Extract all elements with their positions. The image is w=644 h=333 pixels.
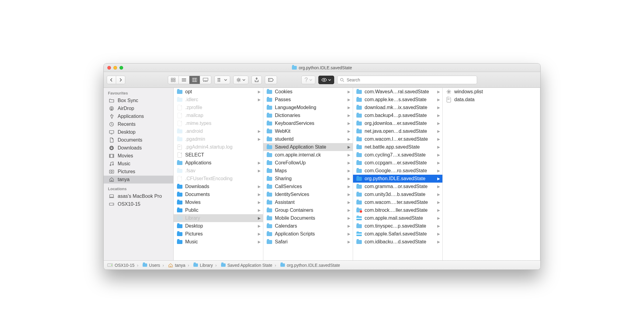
column-4[interactable]: windows.plistdata.data xyxy=(443,88,540,260)
view-list-button[interactable] xyxy=(179,76,189,84)
visibility-toggle-button[interactable] xyxy=(318,76,334,84)
list-item[interactable]: com.WavesA…ral.savedState▶ xyxy=(353,88,442,96)
list-item[interactable]: CallServices▶ xyxy=(263,183,353,191)
list-item[interactable]: com.apple.internal.ck▶ xyxy=(263,151,353,159)
sidebar-item-music[interactable]: Music xyxy=(104,160,173,168)
list-item[interactable]: Sharing▶ xyxy=(263,175,353,183)
tags-button[interactable] xyxy=(265,76,277,84)
path-component[interactable]: tanya xyxy=(160,263,185,268)
sidebar-item-documents[interactable]: Documents xyxy=(104,136,173,144)
list-item[interactable]: .mime.types xyxy=(174,119,263,127)
column-1[interactable]: opt▶.idlerc▶.zprofile.mailcap.mime.types… xyxy=(174,88,263,260)
list-item[interactable]: .pgadmin▶ xyxy=(174,135,263,143)
path-component[interactable]: Library xyxy=(185,263,213,268)
view-columns-button[interactable] xyxy=(189,76,200,84)
list-item[interactable]: Saved Application State▶ xyxy=(263,143,353,151)
list-item[interactable]: com.wacom.…ter.savedState▶ xyxy=(353,198,442,206)
sidebar-item-box-sync[interactable]: Box Sync xyxy=(104,97,173,105)
list-item[interactable]: Downloads▶ xyxy=(174,183,263,191)
list-item[interactable]: KeyboardServices▶ xyxy=(263,119,353,127)
help-button[interactable] xyxy=(301,76,315,84)
sidebar-item-asas-s-macbook-pro[interactable]: asas's MacBook Pro xyxy=(104,192,173,200)
list-item[interactable]: net.java.open…d.savedState▶ xyxy=(353,127,442,135)
sidebar-item-downloads[interactable]: Downloads xyxy=(104,144,173,152)
list-item[interactable]: org.python.IDLE.savedState▶ xyxy=(353,175,442,183)
list-item[interactable]: net.battle.app.savedState▶ xyxy=(353,143,442,151)
list-item[interactable]: .CFUserTextEncoding xyxy=(174,175,263,183)
list-item[interactable]: IdentityServices▶ xyxy=(263,191,353,198)
minimize-window-button[interactable] xyxy=(113,66,117,70)
column-2[interactable]: Cookies▶Passes▶LanguageModeling▶Dictiona… xyxy=(263,88,353,260)
list-item[interactable]: com.apple.ke…s.savedState▶ xyxy=(353,96,442,104)
list-item[interactable]: .mailcap xyxy=(174,112,263,119)
list-item[interactable]: Safari▶ xyxy=(263,238,353,246)
list-item[interactable]: Assistant▶ xyxy=(263,198,353,206)
list-item[interactable]: studentd▶ xyxy=(263,135,353,143)
view-gallery-button[interactable] xyxy=(200,76,211,84)
group-by-button[interactable] xyxy=(214,76,230,84)
path-component[interactable]: org.python.IDLE.savedState xyxy=(272,263,340,268)
list-item[interactable]: Calendars▶ xyxy=(263,222,353,230)
back-button[interactable] xyxy=(107,76,116,84)
list-item[interactable]: com.Google.…ro.savedState▶ xyxy=(353,167,442,175)
list-item[interactable]: Application Scripts▶ xyxy=(263,230,353,238)
list-item[interactable]: com.backup4…p.savedState▶ xyxy=(353,112,442,119)
forward-button[interactable] xyxy=(116,76,125,84)
close-window-button[interactable] xyxy=(107,66,111,70)
list-item[interactable]: Passes▶ xyxy=(263,96,353,104)
sidebar-item-recents[interactable]: Recents xyxy=(104,120,173,128)
list-item[interactable]: Pictures▶ xyxy=(174,230,263,238)
sidebar-item-pictures[interactable]: Pictures xyxy=(104,168,173,176)
action-menu-button[interactable] xyxy=(233,76,248,84)
search-input[interactable] xyxy=(346,77,474,83)
list-item[interactable]: Dictionaries▶ xyxy=(263,112,353,119)
path-component[interactable]: OSX10-15 xyxy=(107,263,134,268)
list-item[interactable]: windows.plist xyxy=(443,88,540,96)
list-item[interactable]: .zprofile xyxy=(174,104,263,112)
sidebar-item-osx10-15[interactable]: OSX10-15 xyxy=(104,200,173,208)
column-3[interactable]: com.WavesA…ral.savedState▶com.apple.ke…s… xyxy=(353,88,443,260)
list-item[interactable]: LanguageModeling▶ xyxy=(263,104,353,112)
list-item[interactable]: Cookies▶ xyxy=(263,88,353,96)
path-component[interactable]: Saved Application State xyxy=(213,263,272,268)
list-item[interactable]: com.ccpgam…er.savedState▶ xyxy=(353,159,442,167)
sidebar-item-tanya[interactable]: tanya xyxy=(104,176,173,184)
list-item[interactable]: .idlerc▶ xyxy=(174,96,263,104)
sidebar-item-applications[interactable]: Applications xyxy=(104,112,173,120)
list-item[interactable]: Applications▶ xyxy=(174,159,263,167)
list-item[interactable]: org.jdownloa…er.savedState▶ xyxy=(353,119,442,127)
list-item[interactable]: WebKit▶ xyxy=(263,127,353,135)
list-item[interactable]: com.wacom.I…er.savedState▶ xyxy=(353,135,442,143)
sidebar-item-desktop[interactable]: Desktop xyxy=(104,128,173,136)
sidebar-item-movies[interactable]: Movies xyxy=(104,152,173,160)
list-item[interactable]: .android▶ xyxy=(174,127,263,135)
list-item[interactable]: com.apple.Safari.savedState▶ xyxy=(353,230,442,238)
list-item[interactable]: com.cycling7…x.savedState▶ xyxy=(353,151,442,159)
list-item[interactable]: Group Containers▶ xyxy=(263,206,353,214)
list-item[interactable]: com.bitrock.…ller.savedState▶ xyxy=(353,206,442,214)
list-item[interactable]: CoreFollowUp▶ xyxy=(263,159,353,167)
search-field[interactable] xyxy=(337,76,477,84)
list-item[interactable]: Mobile Documents▶ xyxy=(263,214,353,222)
list-item[interactable]: com.tinyspec…p.savedState▶ xyxy=(353,222,442,230)
list-item[interactable]: Desktop▶ xyxy=(174,222,263,230)
list-item[interactable]: .fsav▶ xyxy=(174,167,263,175)
list-item[interactable]: Movies▶ xyxy=(174,198,263,206)
list-item[interactable]: Public▶ xyxy=(174,206,263,214)
list-item[interactable]: com.apple.mail.savedState▶ xyxy=(353,214,442,222)
list-item[interactable]: data.data xyxy=(443,96,540,104)
list-item[interactable]: Library▶ xyxy=(174,214,263,222)
view-icons-button[interactable] xyxy=(168,76,179,84)
list-item[interactable]: .pgAdmin4.startup.log xyxy=(174,143,263,151)
list-item[interactable]: download.mk…ix.savedState▶ xyxy=(353,104,442,112)
list-item[interactable]: Maps▶ xyxy=(263,167,353,175)
list-item[interactable]: SELECT xyxy=(174,151,263,159)
zoom-window-button[interactable] xyxy=(119,66,123,70)
list-item[interactable]: com.idibacku…d.savedState▶ xyxy=(353,238,442,246)
sidebar-item-airdrop[interactable]: AirDrop xyxy=(104,105,173,112)
list-item[interactable]: Documents▶ xyxy=(174,191,263,198)
list-item[interactable]: Music▶ xyxy=(174,238,263,246)
path-component[interactable]: Users xyxy=(134,263,160,268)
list-item[interactable]: opt▶ xyxy=(174,88,263,96)
list-item[interactable]: com.unity3d.…b.savedState▶ xyxy=(353,191,442,198)
